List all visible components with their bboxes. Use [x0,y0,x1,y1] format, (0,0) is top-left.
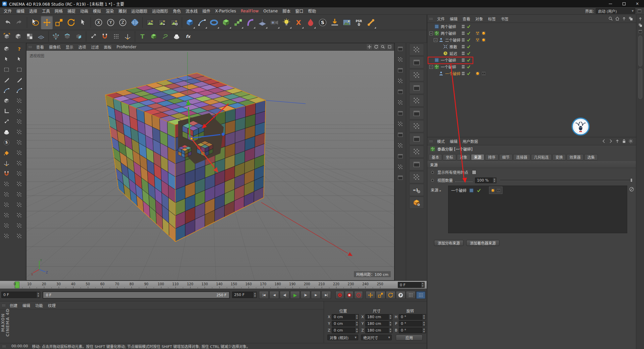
play-button[interactable]: ▶ [290,291,300,299]
palette-slot[interactable] [14,148,25,158]
tab-坐标[interactable]: 坐标 [443,154,456,160]
palette-slot[interactable] [14,231,25,241]
menu-流水线[interactable]: 流水线 [183,8,200,14]
dock-pin-icon[interactable] [638,16,643,21]
tab-基本[interactable]: 基本 [429,154,442,160]
palette-slot[interactable] [14,200,25,210]
enable-check-icon[interactable] [466,71,471,76]
source-item[interactable]: 一个破碎 [448,186,627,195]
collapsed-panel-tab[interactable] [638,36,642,66]
polygon-pen-tool[interactable] [1,85,12,95]
primitive-cube-menu[interactable] [184,16,196,29]
menu-X-Particles[interactable]: X-Particles [213,9,238,13]
menu-Octane[interactable]: Octane [261,9,280,13]
viewport-nav-tool[interactable] [1,44,12,54]
goto-end-button[interactable]: ▶| [321,291,331,299]
preview-range-slider[interactable]: 0 F250 F [43,291,230,299]
object-row-5[interactable]: 一个破碎 [427,57,636,63]
drop-to-floor-button[interactable] [329,16,340,29]
key-rotation-toggle[interactable] [386,291,395,299]
dock-a-tile-1[interactable] [395,54,406,64]
view-count-slider[interactable] [500,178,633,183]
dock-b-tile-3[interactable] [409,82,424,94]
menu-文件[interactable]: 文件 [1,8,14,14]
knife-tool[interactable] [1,75,12,85]
coord-field-尺寸-X[interactable]: 180 cm▲▼ [365,314,392,320]
light-menu[interactable] [280,16,292,29]
snap-toggle-button[interactable] [99,31,110,42]
menu-插件[interactable]: 插件 [200,8,213,14]
blade-palette-tool[interactable] [14,75,25,85]
points-mode-button[interactable] [50,31,61,42]
dock-layers-icon[interactable] [638,23,643,28]
om-menu-书签[interactable]: 书签 [498,16,511,21]
dock-a-tile-10[interactable] [395,151,406,161]
coord-field-位置-Y[interactable]: 0 cm▲▼ [332,321,359,327]
realflow-menu[interactable] [305,16,316,29]
menu-RealFlow[interactable]: RealFlow [238,9,261,13]
add-shader-source-button[interactable]: 添加着色器来源 [466,240,499,246]
key-parameter-toggle[interactable]: P [396,291,406,299]
menu-角色[interactable]: 角色 [170,8,183,14]
viewport-menu-ProRender[interactable]: ProRender [114,45,139,49]
tab-几何粘连[interactable]: 几何粘连 [531,154,552,160]
dock-a-tile-7[interactable] [395,119,406,129]
rectangle-select-tool[interactable] [1,64,12,74]
menu-雕刻[interactable]: 雕刻 [116,8,129,14]
tag-orange-ball-icon[interactable] [481,31,486,36]
coord-field-尺寸-Y[interactable]: 180 cm▲▼ [365,321,392,327]
dock-b-tile-2[interactable] [409,69,424,81]
texture-mode-button[interactable] [24,31,35,42]
dock-b-tile-7[interactable] [409,133,424,145]
autokeying-button[interactable] [345,291,354,299]
tab-选集[interactable]: 选集 [584,154,598,160]
nav-up-icon[interactable] [615,139,620,144]
menu-运动图形[interactable]: 运动图形 [150,8,170,14]
deformer-menu[interactable] [244,16,256,29]
end-frame-field[interactable]: 250 F▲▼ [232,292,257,298]
expand-toggle[interactable]: − [429,32,433,35]
tag-orange-ball-icon[interactable] [481,37,486,43]
coord-field-位置-Z[interactable]: 0 cm▲▼ [332,328,359,333]
palette-slot[interactable] [14,220,25,231]
brush-tool[interactable] [1,127,12,137]
dock-b-tile-12[interactable] [409,197,424,209]
palette-slot[interactable] [1,200,12,210]
palette-slot[interactable] [14,168,25,179]
coord-mode-dropdown[interactable]: 对象 (相对)▼ [327,335,358,340]
orbit-view-icon[interactable] [373,44,379,50]
om-menu-查看[interactable]: 查看 [460,16,473,21]
object-row-7[interactable]: 一个破碎 [427,70,636,77]
pan-view-icon[interactable] [367,44,372,50]
dock-b-tile-0[interactable] [409,44,424,56]
object-row-6[interactable]: −一个破碎 [427,63,636,70]
home-icon[interactable] [615,16,620,21]
am-menu-编辑[interactable]: 编辑 [447,139,460,144]
palette-slot[interactable] [14,158,25,168]
rotate-tool[interactable] [65,16,77,29]
close-button[interactable]: × [631,0,644,7]
marquee-palette-tool[interactable] [14,64,25,74]
enable-check-icon[interactable] [466,51,471,56]
tab-效果器[interactable]: 效果器 [567,154,584,160]
cursor-palette-tool[interactable] [14,54,25,64]
object-toggles[interactable] [461,64,471,69]
helix-spline-button[interactable] [160,31,171,42]
object-toggles[interactable] [461,31,471,36]
key-position-toggle[interactable] [366,291,375,299]
viewport-menu-显示[interactable]: 显示 [63,44,76,50]
minimize-button[interactable] [604,0,617,7]
palette-slot[interactable] [14,137,25,147]
viewport-panel[interactable]: 查看摄像机显示选项过滤面板ProRender YXZ 透视视图 网格间距：100… [26,43,394,281]
make-editable-button[interactable] [1,31,12,42]
dock-a-tile-0[interactable] [395,44,406,54]
dock-b-tile-8[interactable] [409,146,424,158]
simulate-badge-button[interactable]: S [317,16,328,29]
coord-field-尺寸-Z[interactable]: 180 cm▲▼ [365,328,392,333]
selection-arrow-tool[interactable] [1,54,12,64]
enable-check-icon[interactable] [466,64,471,69]
polygons-mode-button[interactable] [73,31,84,42]
lock-z-axis-button[interactable]: Z [117,16,128,29]
dock-a-tile-12[interactable] [395,172,406,183]
expand-toggle[interactable]: − [434,38,437,42]
